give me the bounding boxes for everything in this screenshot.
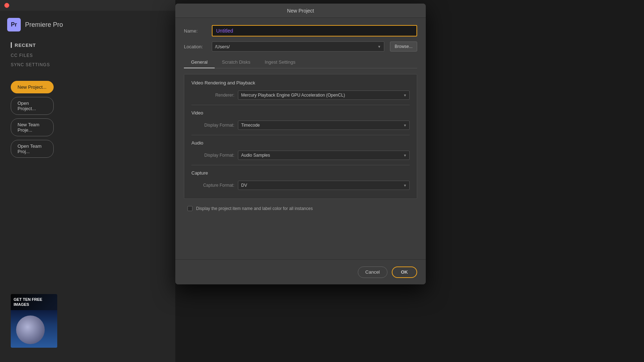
dialog-body: Name: Location: /Users/ ▼ Browse... Gene… xyxy=(175,18,426,218)
audio-display-format-select-wrapper: Audio Samples ▼ xyxy=(238,151,410,160)
ad-decorative-shape xyxy=(16,315,45,344)
video-display-format-select-wrapper: Timecode ▼ xyxy=(238,121,410,130)
video-display-format-value: Timecode xyxy=(241,123,260,128)
location-wrapper: /Users/ ▼ xyxy=(212,41,384,52)
video-display-format-select[interactable]: Timecode xyxy=(238,121,410,130)
tab-ingest-settings[interactable]: Ingest Settings xyxy=(258,57,303,68)
new-team-project-button[interactable]: New Team Proje... xyxy=(11,118,54,136)
location-value: /Users/ xyxy=(215,44,230,49)
ad-banner[interactable]: GET TEN FREE IMAGES xyxy=(11,294,57,348)
checkbox-row: Display the project item name and label … xyxy=(184,206,417,211)
audio-display-format-value: Audio Samples xyxy=(241,153,270,158)
app-header: Pr Premiere Pro xyxy=(0,11,175,39)
capture-title: Capture xyxy=(191,170,410,176)
chevron-down-icon: ▼ xyxy=(377,45,381,49)
new-project-button[interactable]: New Project... xyxy=(11,81,54,93)
tab-content-general: Video Rendering and Playback Renderer: M… xyxy=(184,74,417,199)
dialog-footer: Cancel OK xyxy=(175,259,426,284)
sidebar-buttons: New Project... Open Project... New Team … xyxy=(0,75,175,163)
renderer-select-wrapper: Mercury Playback Engine GPU Acceleration… xyxy=(238,90,410,100)
divider-3 xyxy=(191,165,410,165)
sidebar: Pr Premiere Pro RECENT CC FILES SYNC SET… xyxy=(0,0,175,362)
dialog-title: New Project xyxy=(287,8,314,14)
tabs: General Scratch Disks Ingest Settings xyxy=(184,57,417,68)
dialog-titlebar: New Project xyxy=(175,4,426,18)
tab-scratch-disks[interactable]: Scratch Disks xyxy=(215,57,257,68)
capture-format-select-wrapper: DV ▼ xyxy=(238,181,410,190)
location-display[interactable]: /Users/ ▼ xyxy=(212,41,384,52)
divider-2 xyxy=(191,135,410,135)
recent-label: RECENT xyxy=(11,42,165,48)
sidebar-item-cc-files[interactable]: CC FILES xyxy=(11,53,165,58)
new-project-dialog: New Project Name: Location: /Users/ ▼ Br… xyxy=(175,4,426,284)
sidebar-nav: RECENT CC FILES SYNC SETTINGS xyxy=(0,39,175,75)
capture-format-label: Capture Format: xyxy=(191,183,234,188)
browse-button[interactable]: Browse... xyxy=(390,41,417,52)
audio-display-format-select[interactable]: Audio Samples xyxy=(238,151,410,160)
display-project-item-checkbox[interactable] xyxy=(187,206,192,211)
checkbox-label: Display the project item name and label … xyxy=(196,206,313,211)
titlebar xyxy=(0,0,175,11)
close-button[interactable] xyxy=(4,3,9,8)
renderer-select[interactable]: Mercury Playback Engine GPU Acceleration… xyxy=(238,90,410,100)
cancel-button[interactable]: Cancel xyxy=(358,266,387,278)
open-team-project-button[interactable]: Open Team Proj... xyxy=(11,140,54,158)
capture-format-select[interactable]: DV xyxy=(238,181,410,190)
audio-display-format-label: Display Format: xyxy=(191,153,234,158)
name-label: Name: xyxy=(184,28,209,34)
name-input[interactable] xyxy=(212,25,417,36)
app-logo: Pr xyxy=(7,18,21,31)
renderer-value: Mercury Playback Engine GPU Acceleration… xyxy=(241,93,345,98)
ad-image xyxy=(11,310,57,348)
open-project-button[interactable]: Open Project... xyxy=(11,97,54,115)
location-row: Location: /Users/ ▼ Browse... xyxy=(184,41,417,52)
capture-format-value: DV xyxy=(241,183,247,188)
ok-button[interactable]: OK xyxy=(392,266,418,278)
name-row: Name: xyxy=(184,25,417,36)
renderer-label: Renderer: xyxy=(191,93,234,98)
app-name: Premiere Pro xyxy=(25,21,63,29)
audio-display-format-row: Display Format: Audio Samples ▼ xyxy=(191,151,410,160)
renderer-row: Renderer: Mercury Playback Engine GPU Ac… xyxy=(191,90,410,100)
tab-general[interactable]: General xyxy=(184,57,215,68)
video-display-format-label: Display Format: xyxy=(191,123,234,128)
sidebar-item-sync-settings[interactable]: SYNC SETTINGS xyxy=(11,62,165,67)
audio-title: Audio xyxy=(191,140,410,146)
capture-format-row: Capture Format: DV ▼ xyxy=(191,181,410,190)
video-title: Video xyxy=(191,110,410,116)
location-label: Location: xyxy=(184,44,209,49)
video-display-format-row: Display Format: Timecode ▼ xyxy=(191,121,410,130)
ad-text: GET TEN FREE IMAGES xyxy=(11,294,57,310)
video-rendering-title: Video Rendering and Playback xyxy=(191,80,410,85)
divider-1 xyxy=(191,105,410,105)
